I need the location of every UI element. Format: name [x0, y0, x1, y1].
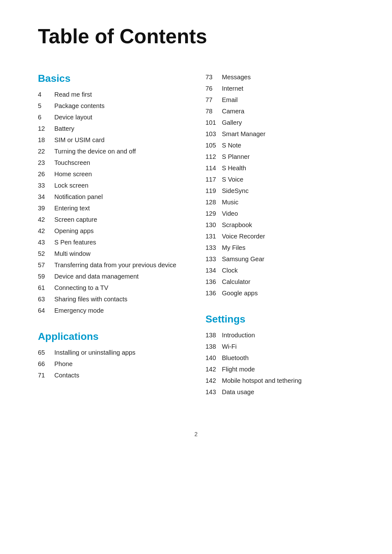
toc-label: Emergency mode	[54, 306, 104, 315]
toc-label: Lock screen	[54, 181, 88, 190]
toc-item: 105S Note	[206, 141, 354, 150]
toc-item: 71Contacts	[38, 371, 187, 380]
toc-item: 103Smart Manager	[206, 129, 354, 138]
toc-label: Opening apps	[54, 226, 94, 235]
toc-page-number: 52	[38, 249, 54, 258]
toc-page-number: 61	[38, 283, 54, 292]
toc-item: 52Multi window	[38, 249, 187, 258]
toc-label: Multi window	[54, 249, 90, 258]
toc-page-number: 18	[38, 135, 54, 144]
toc-item: 101Gallery	[206, 118, 354, 127]
toc-item: 42Opening apps	[38, 226, 187, 235]
toc-label: Music	[222, 198, 238, 207]
toc-item: 61Connecting to a TV	[38, 283, 187, 292]
settings-heading: Settings	[206, 313, 354, 325]
toc-page-number: 33	[38, 181, 54, 190]
toc-page-number: 114	[206, 164, 222, 172]
basics-list: 4Read me first5Package contents6Device l…	[38, 90, 187, 315]
toc-item: 26Home screen	[38, 170, 187, 178]
toc-item: 133My Files	[206, 243, 354, 252]
toc-page-number: 65	[38, 348, 54, 357]
toc-item: 138Wi-Fi	[206, 342, 354, 351]
toc-page-number: 140	[206, 353, 222, 362]
toc-label: S Health	[222, 164, 246, 172]
toc-page-number: 42	[38, 215, 54, 224]
toc-page-number: 39	[38, 204, 54, 213]
toc-label: Voice Recorder	[222, 232, 265, 241]
toc-item: 128Music	[206, 198, 354, 207]
toc-page-number: 59	[38, 272, 54, 281]
toc-label: Contacts	[54, 371, 79, 380]
toc-item: 138Introduction	[206, 331, 354, 340]
settings-list: 138Introduction138Wi-Fi140Bluetooth142Fl…	[206, 331, 354, 396]
toc-columns: Basics 4Read me first5Package contents6D…	[38, 73, 354, 412]
toc-item: 4Read me first	[38, 90, 187, 99]
toc-label: Gallery	[222, 118, 242, 127]
toc-label: Phone	[54, 359, 73, 368]
toc-item: 66Phone	[38, 359, 187, 368]
toc-item: 131Voice Recorder	[206, 232, 354, 241]
page-number: 2	[38, 431, 354, 438]
toc-page-number: 76	[206, 84, 222, 93]
toc-label: SIM or USIM card	[54, 135, 105, 144]
toc-page-number: 129	[206, 209, 222, 218]
toc-item: 142Flight mode	[206, 365, 354, 374]
toc-page-number: 34	[38, 192, 54, 201]
toc-page-number: 22	[38, 147, 54, 156]
toc-page-number: 101	[206, 118, 222, 127]
applications-heading: Applications	[38, 331, 187, 342]
toc-page-number: 78	[206, 107, 222, 116]
toc-label: Installing or uninstalling apps	[54, 348, 136, 357]
toc-page-number: 117	[206, 175, 222, 184]
toc-page-number: 42	[38, 226, 54, 235]
toc-page-number: 130	[206, 220, 222, 229]
toc-label: Mobile hotspot and tethering	[222, 376, 302, 385]
toc-label: Sharing files with contacts	[54, 295, 127, 304]
toc-label: Read me first	[54, 90, 92, 99]
toc-page-number: 23	[38, 158, 54, 167]
toc-page-number: 26	[38, 170, 54, 178]
toc-page-number: 73	[206, 73, 222, 81]
toc-item: 34Notification panel	[38, 192, 187, 201]
toc-page-number: 6	[38, 113, 54, 122]
toc-label: Connecting to a TV	[54, 283, 108, 292]
toc-label: Bluetooth	[222, 353, 249, 362]
toc-item: 42Screen capture	[38, 215, 187, 224]
left-column: Basics 4Read me first5Package contents6D…	[38, 73, 187, 395]
toc-page-number: 4	[38, 90, 54, 99]
toc-label: S Planner	[222, 152, 250, 161]
toc-page-number: 138	[206, 331, 222, 340]
toc-page-number: 63	[38, 295, 54, 304]
toc-page-number: 12	[38, 124, 54, 133]
toc-label: Scrapbook	[222, 220, 252, 229]
toc-label: Device layout	[54, 113, 92, 122]
toc-label: Wi-Fi	[222, 342, 237, 351]
toc-label: Touchscreen	[54, 158, 90, 167]
toc-page-number: 134	[206, 266, 222, 275]
toc-item: 114S Health	[206, 164, 354, 172]
toc-item: 78Camera	[206, 107, 354, 116]
toc-label: Samsung Gear	[222, 255, 265, 263]
page-title: Table of Contents	[38, 25, 354, 47]
toc-label: Battery	[54, 124, 74, 133]
basics-heading: Basics	[38, 73, 187, 84]
toc-page-number: 5	[38, 101, 54, 110]
toc-item: 117S Voice	[206, 175, 354, 184]
toc-item: 134Clock	[206, 266, 354, 275]
toc-item: 140Bluetooth	[206, 353, 354, 362]
toc-item: 22Turning the device on and off	[38, 147, 187, 156]
toc-label: Data usage	[222, 388, 254, 396]
toc-item: 6Device layout	[38, 113, 187, 122]
toc-page-number: 64	[38, 306, 54, 315]
toc-label: Calculator	[222, 277, 250, 286]
toc-label: Device and data management	[54, 272, 139, 281]
toc-label: S Pen features	[54, 238, 96, 247]
toc-label: Messages	[222, 73, 251, 81]
toc-label: SideSync	[222, 186, 249, 195]
toc-item: 5Package contents	[38, 101, 187, 110]
toc-label: Turning the device on and off	[54, 147, 136, 156]
toc-label: My Files	[222, 243, 245, 252]
toc-label: Flight mode	[222, 365, 255, 374]
toc-page-number: 131	[206, 232, 222, 241]
toc-label: Clock	[222, 266, 238, 275]
